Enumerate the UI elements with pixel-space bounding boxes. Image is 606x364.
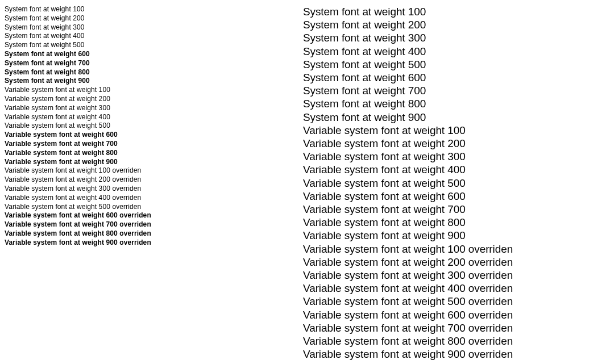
text-line: Variable system font at weight 800 overr…: [303, 334, 606, 348]
text-line: Variable system font at weight 200 overr…: [303, 256, 606, 269]
text-line: System font at weight 800: [5, 68, 303, 77]
text-line: Variable system font at weight 800: [303, 216, 606, 229]
text-line: Variable system font at weight 200: [303, 137, 606, 150]
text-line: System font at weight 400: [303, 45, 606, 58]
left-column: System font at weight 100System font at …: [0, 0, 303, 364]
text-line: Variable system font at weight 400 overr…: [303, 282, 606, 295]
text-line: Variable system font at weight 300 overr…: [303, 269, 606, 282]
text-line: Variable system font at weight 100 overr…: [5, 166, 303, 175]
text-line: Variable system font at weight 700: [303, 203, 606, 216]
text-line: Variable system font at weight 900: [303, 229, 606, 242]
text-line: System font at weight 500: [5, 41, 303, 50]
text-line: Variable system font at weight 500 overr…: [5, 203, 303, 212]
text-line: System font at weight 200: [303, 18, 606, 31]
text-line: Variable system font at weight 800: [5, 149, 303, 158]
text-line: Variable system font at weight 700: [5, 140, 303, 149]
text-line: System font at weight 700: [5, 59, 303, 68]
text-line: System font at weight 100: [5, 5, 303, 14]
text-line: Variable system font at weight 300 overr…: [5, 185, 303, 194]
text-line: Variable system font at weight 600: [303, 190, 606, 203]
text-line: System font at weight 900: [5, 77, 303, 86]
text-line: System font at weight 700: [303, 84, 606, 97]
text-line: System font at weight 800: [303, 97, 606, 110]
text-line: System font at weight 600: [5, 50, 303, 59]
text-line: Variable system font at weight 900 overr…: [5, 239, 303, 248]
text-line: Variable system font at weight 200 overr…: [5, 175, 303, 185]
text-line: System font at weight 300: [303, 31, 606, 44]
text-line: Variable system font at weight 700 overr…: [5, 220, 303, 229]
text-line: System font at weight 900: [303, 111, 606, 124]
text-line: Variable system font at weight 600: [5, 131, 303, 140]
text-line: Variable system font at weight 700 overr…: [303, 321, 606, 334]
text-line: Variable system font at weight 500: [5, 122, 303, 131]
text-line: Variable system font at weight 600 overr…: [303, 308, 606, 321]
text-line: Variable system font at weight 900: [5, 158, 303, 167]
text-line: Variable system font at weight 100: [5, 86, 303, 95]
text-line: Variable system font at weight 400 overr…: [5, 194, 303, 203]
text-line: Variable system font at weight 400: [5, 113, 303, 122]
text-line: System font at weight 500: [303, 58, 606, 71]
text-line: Variable system font at weight 300: [5, 104, 303, 113]
text-line: Variable system font at weight 300: [303, 150, 606, 163]
text-line: System font at weight 200: [5, 14, 303, 23]
text-line: Variable system font at weight 800 overr…: [5, 229, 303, 239]
text-line: Variable system font at weight 500 overr…: [303, 295, 606, 308]
text-line: System font at weight 600: [303, 71, 606, 84]
text-line: System font at weight 300: [5, 23, 303, 32]
text-line: System font at weight 100: [303, 5, 606, 18]
text-line: Variable system font at weight 100 overr…: [303, 242, 606, 256]
right-column: System font at weight 100System font at …: [303, 0, 606, 364]
text-line: Variable system font at weight 100: [303, 124, 606, 137]
text-line: Variable system font at weight 500: [303, 177, 606, 190]
text-line: Variable system font at weight 400: [303, 163, 606, 176]
text-line: System font at weight 400: [5, 32, 303, 41]
text-line: Variable system font at weight 200: [5, 95, 303, 104]
text-line: Variable system font at weight 600 overr…: [5, 211, 303, 220]
text-line: Variable system font at weight 900 overr…: [303, 348, 606, 361]
